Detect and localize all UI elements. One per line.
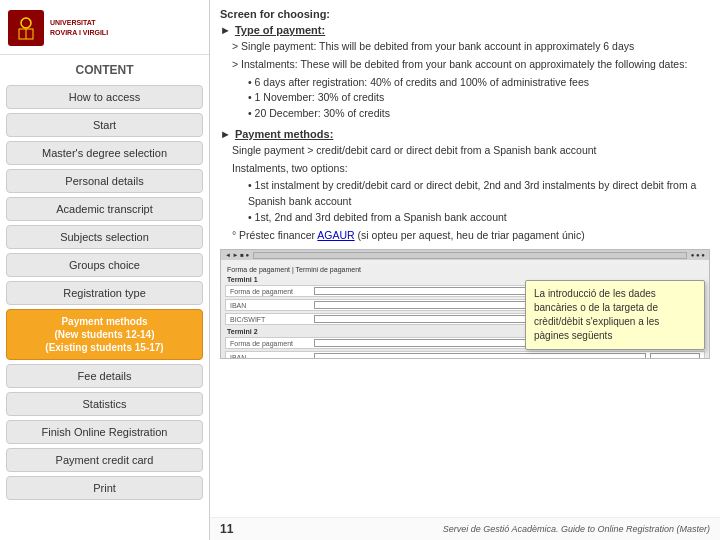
section2-body: Single payment > credit/debit card or di… (232, 143, 710, 244)
screenshot-header-bar: ◄ ► ■ ● ● ● ● (221, 250, 709, 260)
sidebar-item-personal-details[interactable]: Personal details (6, 169, 203, 193)
sidebar-item-payment-methods[interactable]: Payment methods (New students 12-14) (Ex… (6, 309, 203, 360)
scr-input-5[interactable] (314, 353, 646, 359)
bullet-icon: • (248, 76, 252, 88)
sidebar-item-statistics[interactable]: Statistics (6, 392, 203, 416)
content-label: CONTENT (0, 59, 209, 83)
section2-subitem2: • 1st, 2nd and 3rd debited from a Spanis… (248, 210, 710, 226)
scr-label-3: BIC/SWIFT (230, 316, 310, 323)
scr-nav-buttons: ◄ ► ■ ● (225, 252, 249, 258)
scr-label-5: IBAN (230, 354, 310, 360)
university-logo-icon (8, 10, 44, 46)
sidebar-item-masters-degree[interactable]: Master's degree selection (6, 141, 203, 165)
section2-arrow: ► (220, 128, 231, 140)
sidebar: UNIVERSITAT ROVIRA I VIRGILI CONTENT How… (0, 0, 210, 540)
section1-body: > Single payment: This will be debited f… (232, 39, 710, 122)
section1-title: Type of payment: (235, 24, 325, 36)
section1-subitem2: • 1 November: 30% of credits (248, 90, 710, 106)
bullet-icon: • (248, 211, 252, 223)
university-name: UNIVERSITAT ROVIRA I VIRGILI (50, 18, 108, 38)
section2-header: ► Payment methods: (220, 128, 710, 140)
section2-title: Payment methods: (235, 128, 333, 140)
footer: 11 Servei de Gestió Acadèmica. Guide to … (210, 517, 720, 540)
section2-last-item: ° Préstec financer AGAUR (si opteu per a… (232, 228, 710, 244)
scr-label-1: Forma de pagament (230, 288, 310, 295)
sidebar-item-registration-type[interactable]: Registration type (6, 281, 203, 305)
section1-arrow: ► (220, 24, 231, 36)
bullet-icon: • (248, 179, 252, 191)
footer-text: Servei de Gestió Acadèmica. Guide to Onl… (443, 524, 710, 534)
section1-subitem1: • 6 days after registration: 40% of cred… (248, 75, 710, 91)
scr-row-5: IBAN (225, 351, 705, 359)
page-number: 11 (220, 522, 233, 536)
agaur-link[interactable]: AGAUR (317, 229, 354, 241)
bullet-icon: • (248, 91, 252, 103)
section1-header: ► Type of payment: (220, 24, 710, 36)
content-area: Screen for choosing: ► Type of payment: … (210, 0, 720, 517)
sidebar-item-how-to-access[interactable]: How to access (6, 85, 203, 109)
screenshot-area: ◄ ► ■ ● ● ● ● Forma de pagament | Termin… (220, 249, 710, 359)
sidebar-item-payment-credit-card[interactable]: Payment credit card (6, 448, 203, 472)
sidebar-item-start[interactable]: Start (6, 113, 203, 137)
sidebar-item-subjects-selection[interactable]: Subjects selection (6, 225, 203, 249)
sidebar-item-finish-online-registration[interactable]: Finish Online Registration (6, 420, 203, 444)
tooltip-box: La introducció de les dades bancàries o … (525, 280, 705, 350)
section1-item1: > Single payment: This will be debited f… (232, 39, 710, 55)
scr-form-title: Forma de pagament | Termini de pagament (225, 266, 705, 273)
bullet-icon: • (248, 107, 252, 119)
sidebar-item-academic-transcript[interactable]: Academic transcript (6, 197, 203, 221)
section2-subitem1: • 1st instalment by credit/debit card or… (248, 178, 710, 210)
main-panel: Screen for choosing: ► Type of payment: … (210, 0, 720, 540)
logo-area: UNIVERSITAT ROVIRA I VIRGILI (0, 4, 209, 55)
screen-for-choosing-label: Screen for choosing: (220, 8, 710, 20)
section1-subitem3: • 20 December: 30% of credits (248, 106, 710, 122)
scr-btn-5[interactable] (650, 353, 700, 359)
section1-item2: > Instalments: These will be debited fro… (232, 57, 710, 73)
scr-label-4: Forma de pagament (230, 340, 310, 347)
section2-line2: Instalments, two options: (232, 161, 710, 177)
screenshot-inner: ◄ ► ■ ● ● ● ● Forma de pagament | Termin… (221, 250, 709, 358)
sidebar-item-print[interactable]: Print (6, 476, 203, 500)
sidebar-item-fee-details[interactable]: Fee details (6, 364, 203, 388)
sidebar-item-groups-choice[interactable]: Groups choice (6, 253, 203, 277)
section2-line1: Single payment > credit/debit card or di… (232, 143, 710, 159)
scr-label-2: IBAN (230, 302, 310, 309)
